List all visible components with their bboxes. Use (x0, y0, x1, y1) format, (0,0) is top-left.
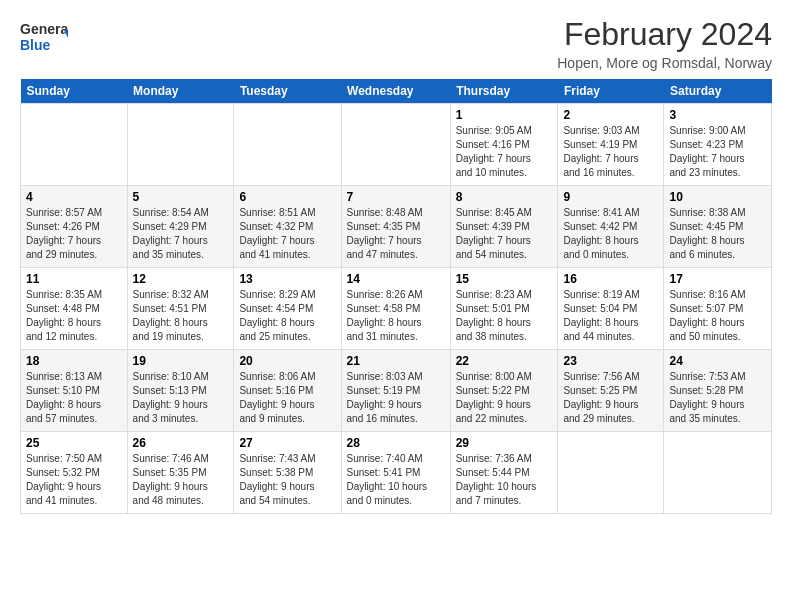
day-info: Sunrise: 8:23 AM Sunset: 5:01 PM Dayligh… (456, 288, 553, 344)
day-number: 18 (26, 354, 122, 368)
calendar-cell: 19Sunrise: 8:10 AM Sunset: 5:13 PM Dayli… (127, 350, 234, 432)
day-info: Sunrise: 7:56 AM Sunset: 5:25 PM Dayligh… (563, 370, 658, 426)
calendar-cell: 27Sunrise: 7:43 AM Sunset: 5:38 PM Dayli… (234, 432, 341, 514)
day-info: Sunrise: 8:03 AM Sunset: 5:19 PM Dayligh… (347, 370, 445, 426)
day-number: 13 (239, 272, 335, 286)
day-info: Sunrise: 7:50 AM Sunset: 5:32 PM Dayligh… (26, 452, 122, 508)
day-info: Sunrise: 7:46 AM Sunset: 5:35 PM Dayligh… (133, 452, 229, 508)
day-number: 9 (563, 190, 658, 204)
day-info: Sunrise: 8:54 AM Sunset: 4:29 PM Dayligh… (133, 206, 229, 262)
calendar-cell: 4Sunrise: 8:57 AM Sunset: 4:26 PM Daylig… (21, 186, 128, 268)
main-title: February 2024 (557, 16, 772, 53)
calendar-week-3: 11Sunrise: 8:35 AM Sunset: 4:48 PM Dayli… (21, 268, 772, 350)
day-info: Sunrise: 8:06 AM Sunset: 5:16 PM Dayligh… (239, 370, 335, 426)
col-friday: Friday (558, 79, 664, 104)
day-info: Sunrise: 8:57 AM Sunset: 4:26 PM Dayligh… (26, 206, 122, 262)
day-info: Sunrise: 7:40 AM Sunset: 5:41 PM Dayligh… (347, 452, 445, 508)
calendar-cell: 10Sunrise: 8:38 AM Sunset: 4:45 PM Dayli… (664, 186, 772, 268)
col-wednesday: Wednesday (341, 79, 450, 104)
calendar-cell: 23Sunrise: 7:56 AM Sunset: 5:25 PM Dayli… (558, 350, 664, 432)
day-number: 28 (347, 436, 445, 450)
calendar-cell: 6Sunrise: 8:51 AM Sunset: 4:32 PM Daylig… (234, 186, 341, 268)
day-number: 16 (563, 272, 658, 286)
title-block: February 2024 Hopen, More og Romsdal, No… (557, 16, 772, 71)
day-info: Sunrise: 8:45 AM Sunset: 4:39 PM Dayligh… (456, 206, 553, 262)
day-number: 6 (239, 190, 335, 204)
calendar-week-1: 1Sunrise: 9:05 AM Sunset: 4:16 PM Daylig… (21, 104, 772, 186)
calendar-cell: 7Sunrise: 8:48 AM Sunset: 4:35 PM Daylig… (341, 186, 450, 268)
calendar-cell: 26Sunrise: 7:46 AM Sunset: 5:35 PM Dayli… (127, 432, 234, 514)
day-info: Sunrise: 7:43 AM Sunset: 5:38 PM Dayligh… (239, 452, 335, 508)
col-sunday: Sunday (21, 79, 128, 104)
day-number: 4 (26, 190, 122, 204)
svg-text:Blue: Blue (20, 37, 51, 53)
day-info: Sunrise: 8:48 AM Sunset: 4:35 PM Dayligh… (347, 206, 445, 262)
calendar-cell: 8Sunrise: 8:45 AM Sunset: 4:39 PM Daylig… (450, 186, 558, 268)
day-number: 17 (669, 272, 766, 286)
svg-text:General: General (20, 21, 68, 37)
calendar-table: Sunday Monday Tuesday Wednesday Thursday… (20, 79, 772, 514)
day-number: 11 (26, 272, 122, 286)
calendar-cell (127, 104, 234, 186)
day-info: Sunrise: 9:05 AM Sunset: 4:16 PM Dayligh… (456, 124, 553, 180)
day-number: 19 (133, 354, 229, 368)
day-number: 14 (347, 272, 445, 286)
day-info: Sunrise: 8:26 AM Sunset: 4:58 PM Dayligh… (347, 288, 445, 344)
day-info: Sunrise: 8:32 AM Sunset: 4:51 PM Dayligh… (133, 288, 229, 344)
day-info: Sunrise: 8:29 AM Sunset: 4:54 PM Dayligh… (239, 288, 335, 344)
day-info: Sunrise: 9:00 AM Sunset: 4:23 PM Dayligh… (669, 124, 766, 180)
calendar-cell (664, 432, 772, 514)
day-info: Sunrise: 8:38 AM Sunset: 4:45 PM Dayligh… (669, 206, 766, 262)
day-info: Sunrise: 7:36 AM Sunset: 5:44 PM Dayligh… (456, 452, 553, 508)
col-saturday: Saturday (664, 79, 772, 104)
calendar-cell: 16Sunrise: 8:19 AM Sunset: 5:04 PM Dayli… (558, 268, 664, 350)
day-number: 10 (669, 190, 766, 204)
calendar-cell: 3Sunrise: 9:00 AM Sunset: 4:23 PM Daylig… (664, 104, 772, 186)
calendar-cell: 17Sunrise: 8:16 AM Sunset: 5:07 PM Dayli… (664, 268, 772, 350)
day-number: 22 (456, 354, 553, 368)
day-number: 25 (26, 436, 122, 450)
calendar-cell: 28Sunrise: 7:40 AM Sunset: 5:41 PM Dayli… (341, 432, 450, 514)
day-number: 12 (133, 272, 229, 286)
day-number: 27 (239, 436, 335, 450)
day-number: 24 (669, 354, 766, 368)
calendar-week-5: 25Sunrise: 7:50 AM Sunset: 5:32 PM Dayli… (21, 432, 772, 514)
day-number: 26 (133, 436, 229, 450)
day-number: 15 (456, 272, 553, 286)
calendar-cell: 13Sunrise: 8:29 AM Sunset: 4:54 PM Dayli… (234, 268, 341, 350)
calendar-cell: 24Sunrise: 7:53 AM Sunset: 5:28 PM Dayli… (664, 350, 772, 432)
calendar-cell: 22Sunrise: 8:00 AM Sunset: 5:22 PM Dayli… (450, 350, 558, 432)
day-number: 29 (456, 436, 553, 450)
calendar-cell: 11Sunrise: 8:35 AM Sunset: 4:48 PM Dayli… (21, 268, 128, 350)
calendar-cell: 1Sunrise: 9:05 AM Sunset: 4:16 PM Daylig… (450, 104, 558, 186)
day-number: 21 (347, 354, 445, 368)
calendar-cell: 5Sunrise: 8:54 AM Sunset: 4:29 PM Daylig… (127, 186, 234, 268)
calendar-cell: 12Sunrise: 8:32 AM Sunset: 4:51 PM Dayli… (127, 268, 234, 350)
calendar-cell: 20Sunrise: 8:06 AM Sunset: 5:16 PM Dayli… (234, 350, 341, 432)
calendar-cell (21, 104, 128, 186)
calendar-cell: 9Sunrise: 8:41 AM Sunset: 4:42 PM Daylig… (558, 186, 664, 268)
calendar-cell (341, 104, 450, 186)
logo-svg: General Blue (20, 16, 68, 54)
header-row: Sunday Monday Tuesday Wednesday Thursday… (21, 79, 772, 104)
day-info: Sunrise: 8:19 AM Sunset: 5:04 PM Dayligh… (563, 288, 658, 344)
calendar-cell: 25Sunrise: 7:50 AM Sunset: 5:32 PM Dayli… (21, 432, 128, 514)
subtitle: Hopen, More og Romsdal, Norway (557, 55, 772, 71)
calendar-cell: 15Sunrise: 8:23 AM Sunset: 5:01 PM Dayli… (450, 268, 558, 350)
calendar-cell: 14Sunrise: 8:26 AM Sunset: 4:58 PM Dayli… (341, 268, 450, 350)
logo: General Blue (20, 16, 68, 54)
page: General Blue February 2024 Hopen, More o… (0, 0, 792, 612)
calendar-cell (558, 432, 664, 514)
calendar-cell: 18Sunrise: 8:13 AM Sunset: 5:10 PM Dayli… (21, 350, 128, 432)
day-info: Sunrise: 8:16 AM Sunset: 5:07 PM Dayligh… (669, 288, 766, 344)
col-tuesday: Tuesday (234, 79, 341, 104)
header: General Blue February 2024 Hopen, More o… (20, 16, 772, 71)
calendar-cell: 2Sunrise: 9:03 AM Sunset: 4:19 PM Daylig… (558, 104, 664, 186)
calendar-cell: 29Sunrise: 7:36 AM Sunset: 5:44 PM Dayli… (450, 432, 558, 514)
calendar-week-2: 4Sunrise: 8:57 AM Sunset: 4:26 PM Daylig… (21, 186, 772, 268)
col-monday: Monday (127, 79, 234, 104)
day-info: Sunrise: 8:00 AM Sunset: 5:22 PM Dayligh… (456, 370, 553, 426)
day-number: 2 (563, 108, 658, 122)
day-info: Sunrise: 8:35 AM Sunset: 4:48 PM Dayligh… (26, 288, 122, 344)
day-number: 8 (456, 190, 553, 204)
